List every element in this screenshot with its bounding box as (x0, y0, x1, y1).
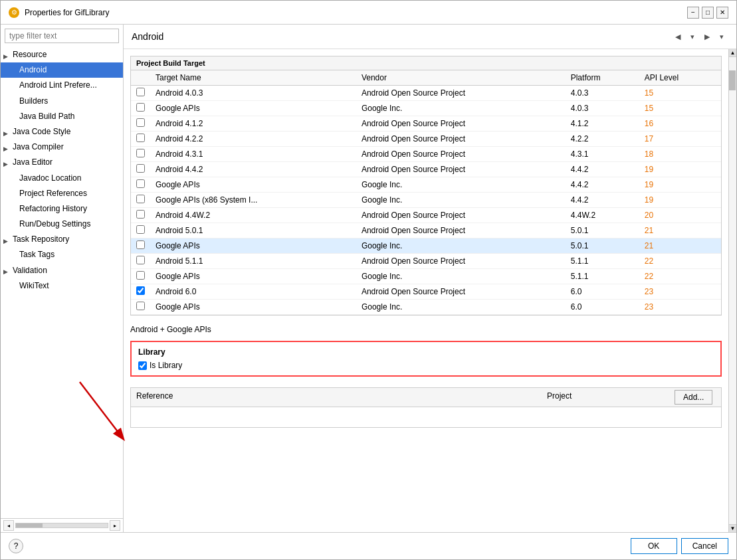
col-api-level: API Level (639, 70, 721, 86)
sidebar-item-builders[interactable]: Builders (1, 94, 123, 109)
row-vendor: Android Open Source Project (356, 284, 566, 300)
main-vscrollbar[interactable]: ▲ ▼ (728, 49, 736, 532)
row-checkbox[interactable] (136, 149, 145, 157)
main-content: Project Build Target Target Name Vendor … (124, 49, 728, 532)
row-checkbox[interactable] (136, 256, 145, 264)
hscroll-track[interactable] (15, 523, 108, 528)
is-library-checkbox[interactable] (138, 361, 147, 370)
library-section: Library Is Library (130, 341, 722, 377)
sidebar-item-task-tags[interactable]: Task Tags (1, 247, 123, 262)
row-checkbox[interactable] (136, 88, 145, 96)
col-platform: Platform (566, 70, 639, 86)
sidebar-item-java-build-path[interactable]: Java Build Path (1, 109, 123, 124)
row-checkbox[interactable] (136, 195, 145, 203)
back-button[interactable]: ◀ (671, 30, 684, 43)
sidebar-hscroll[interactable]: ◂ ▸ (1, 518, 123, 532)
sidebar-item-validation[interactable]: ▶ Validation (1, 263, 123, 278)
row-target-name: Google APIs (150, 238, 356, 254)
add-reference-button[interactable]: Add... (675, 390, 712, 405)
table-row[interactable]: Android 4.4W.2Android Open Source Projec… (131, 208, 721, 223)
sidebar-item-label: Android Lint Prefere... (19, 79, 97, 92)
hscroll-thumb[interactable] (16, 523, 43, 527)
row-vendor: Google Inc. (356, 193, 566, 208)
table-row[interactable]: Android 4.4.2Android Open Source Project… (131, 162, 721, 177)
table-row[interactable]: Google APIsGoogle Inc.4.0.315 (131, 101, 721, 116)
table-row[interactable]: Google APIsGoogle Inc.4.4.219 (131, 177, 721, 193)
table-row[interactable]: Android 4.0.3Android Open Source Project… (131, 86, 721, 101)
row-target-name: Android 4.0.3 (150, 86, 356, 101)
ok-button[interactable]: OK (631, 538, 677, 554)
table-row[interactable]: Google APIs (x86 System I...Google Inc.4… (131, 193, 721, 208)
sidebar-item-wikitext[interactable]: WikiText (1, 278, 123, 294)
table-row[interactable]: Google APIsGoogle Inc.5.0.121 (131, 238, 721, 254)
sidebar-item-project-references[interactable]: Project References (1, 186, 123, 201)
scroll-left-btn[interactable]: ◂ (3, 520, 14, 531)
ref-col-project: Project (542, 390, 675, 405)
forward-button[interactable]: ▶ (700, 30, 714, 43)
table-row[interactable]: Android 5.0.1Android Open Source Project… (131, 223, 721, 238)
row-target-name: Android 4.4W.2 (150, 208, 356, 223)
expand-arrow-icon: ▶ (3, 52, 10, 58)
row-checkbox[interactable] (136, 286, 145, 295)
row-api-level: 18 (639, 147, 721, 162)
sidebar-item-java-code-style[interactable]: ▶ Java Code Style (1, 124, 123, 140)
row-target-name: Android 5.1.1 (150, 254, 356, 269)
row-checkbox[interactable] (136, 134, 145, 142)
table-row[interactable]: Android 6.0Android Open Source Project6.… (131, 284, 721, 300)
vscroll-track[interactable] (729, 57, 736, 524)
row-checkbox[interactable] (136, 103, 145, 112)
filter-input[interactable] (5, 29, 119, 43)
help-button[interactable]: ? (9, 539, 23, 553)
sidebar-item-android[interactable]: Android (1, 62, 123, 78)
reference-table-body (131, 407, 721, 427)
vscroll-down-btn[interactable]: ▼ (729, 524, 736, 532)
sidebar-item-resource[interactable]: ▶ Resource (1, 47, 123, 62)
row-target-name: Google APIs (150, 300, 356, 315)
sidebar-item-android-lint[interactable]: Android Lint Prefere... (1, 78, 123, 93)
row-platform: 4.2.2 (566, 132, 639, 147)
row-checkbox[interactable] (136, 118, 145, 127)
scroll-right-btn[interactable]: ▸ (110, 520, 120, 531)
sidebar-item-task-repository[interactable]: ▶ Task Repository (1, 232, 123, 247)
build-target-title: Project Build Target (131, 56, 721, 70)
table-row[interactable]: Google APIsGoogle Inc.6.023 (131, 300, 721, 315)
cancel-button[interactable]: Cancel (681, 538, 728, 554)
table-row[interactable]: Android 4.1.2Android Open Source Project… (131, 116, 721, 132)
close-button[interactable]: ✕ (716, 7, 728, 19)
sidebar-item-java-compiler[interactable]: ▶ Java Compiler (1, 140, 123, 155)
row-checkbox[interactable] (136, 240, 145, 249)
row-vendor: Google Inc. (356, 269, 566, 284)
maximize-button[interactable]: □ (702, 7, 714, 19)
forward-dropdown-button[interactable]: ▾ (715, 30, 728, 43)
expand-arrow-icon: ▶ (3, 159, 10, 166)
sidebar-item-javadoc-location[interactable]: Javadoc Location (1, 171, 123, 186)
row-checkbox[interactable] (136, 271, 145, 280)
vscroll-up-btn[interactable]: ▲ (729, 49, 736, 57)
row-api-level: 21 (639, 223, 721, 238)
row-checkbox[interactable] (136, 210, 145, 219)
row-platform: 4.4W.2 (566, 208, 639, 223)
row-vendor: Android Open Source Project (356, 162, 566, 177)
row-checkbox[interactable] (136, 179, 145, 188)
ref-col-reference: Reference (131, 390, 542, 405)
row-checkbox[interactable] (136, 164, 145, 173)
table-row[interactable]: Android 4.2.2Android Open Source Project… (131, 132, 721, 147)
row-target-name: Google APIs (150, 101, 356, 116)
sidebar-item-java-editor[interactable]: ▶ Java Editor (1, 155, 123, 170)
minimize-button[interactable]: − (687, 7, 699, 19)
col-target-name: Target Name (150, 70, 356, 86)
window-title: Properties for GifLibrary (25, 8, 687, 17)
row-checkbox[interactable] (136, 302, 145, 310)
sidebar-item-run-debug[interactable]: Run/Debug Settings (1, 217, 123, 232)
table-row[interactable]: Google APIsGoogle Inc.5.1.122 (131, 269, 721, 284)
row-platform: 5.0.1 (566, 238, 639, 254)
back-dropdown-button[interactable]: ▾ (686, 30, 699, 43)
vscroll-thumb[interactable] (729, 70, 736, 90)
sidebar-item-refactoring-history[interactable]: Refactoring History (1, 201, 123, 217)
row-platform: 5.1.1 (566, 254, 639, 269)
table-row[interactable]: Android 5.1.1Android Open Source Project… (131, 254, 721, 269)
row-checkbox[interactable] (136, 225, 145, 234)
table-row[interactable]: Android 4.3.1Android Open Source Project… (131, 147, 721, 162)
is-library-label[interactable]: Is Library (150, 361, 182, 370)
row-api-level: 23 (639, 300, 721, 315)
